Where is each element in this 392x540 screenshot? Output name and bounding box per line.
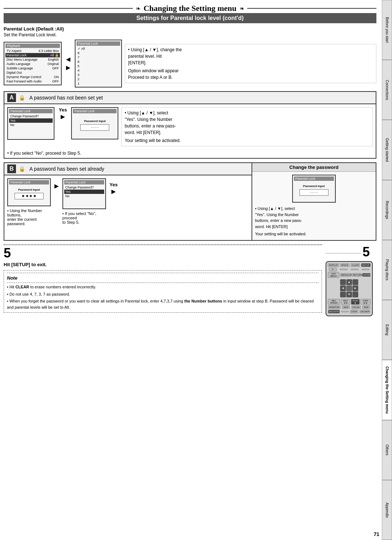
screen-item: Change Password? xyxy=(64,185,104,190)
screen-row: Digital Out xyxy=(5,70,60,75)
remote-row-5: REC/DTR STOP CM SKIP xyxy=(328,310,371,313)
playback-screen: Playback TV Aspect4:3 Letter Box Parenta… xyxy=(4,42,62,85)
dotted-line xyxy=(4,244,322,245)
password-input-title: Password Input xyxy=(9,188,49,191)
title-right-decoration: ❧ xyxy=(240,5,244,12)
num-btn[interactable] xyxy=(351,269,359,270)
recspeed-btn[interactable]: REC SPEED xyxy=(328,299,340,305)
parental-lock-item: All xyxy=(77,46,120,51)
parental-lock-item: 7 xyxy=(77,55,120,60)
dpad-empty xyxy=(340,292,346,297)
space-btn[interactable]: SPACE xyxy=(340,263,350,267)
section-a-letter: A xyxy=(7,93,16,102)
parental-default-title: Parental Lock (Default :All) xyxy=(4,26,376,32)
dpad-up[interactable]: ▲ xyxy=(346,279,352,285)
section-b-right-content: Parental Lock Password Input - - - - • U… xyxy=(252,172,376,240)
section-b-screen3: Parental Lock Password Input - - - - xyxy=(292,175,336,203)
clear-btn[interactable]: CLEAR xyxy=(351,263,360,267)
tab-others[interactable]: Others xyxy=(382,420,392,480)
monitor-btn[interactable]: MONITOR xyxy=(328,305,340,309)
parental-lock-item: 4 xyxy=(77,68,120,73)
screen-row: Disc Menu LanguageEnglish xyxy=(5,57,60,62)
remote-control: DISPLAY SPACE CLEAR SETUP 0 TOP MENU MEN… xyxy=(326,261,373,316)
lock-icon-a: 🔒 xyxy=(19,95,25,101)
section-header: Settings for Parental lock level (cont'd… xyxy=(4,13,376,23)
display-btn[interactable]: DISPLAY xyxy=(328,263,339,267)
remote-row-3: REC SPEED REV ◄◄ PLAY ► FWD ►► xyxy=(328,299,371,305)
tab-recordings[interactable]: Recordings xyxy=(382,180,392,240)
note-item-2: • Do not use 4, 7, 3, 7 as password. xyxy=(7,291,319,297)
parental-lock-item: 8 xyxy=(77,51,120,55)
screen-row: Audio LanguageOriginal xyxy=(5,62,60,66)
stop-btn[interactable]: STOP xyxy=(350,310,358,313)
remote-row-2: TOP MENU MENULIST RETURN ENTER xyxy=(328,272,371,278)
cmskip-btn[interactable]: CM SKIP xyxy=(359,310,371,313)
yes-arrow-a: Yes ► xyxy=(57,107,68,121)
topmenu-btn[interactable]: TOP MENU xyxy=(328,272,339,278)
parental-lock-item: 6 xyxy=(77,60,120,64)
parental-default-section: Parental Lock (Default :All) Set the Par… xyxy=(4,26,376,88)
section-b-right-instruction: • Using [▲ / ▼], select "Yes". Using the… xyxy=(255,206,373,237)
tab-connections[interactable]: Connections xyxy=(382,60,392,120)
password-input-title: Password Input xyxy=(73,119,117,123)
tab-playing-discs[interactable]: Playing discs xyxy=(382,240,392,300)
parental-lock-item: 3 xyxy=(77,73,120,77)
step5-number-right-val: 5 xyxy=(363,244,370,260)
note-top-rule xyxy=(7,273,319,273)
playback-screen-title: Playback xyxy=(5,44,60,48)
password-input-title: Password Input xyxy=(294,184,334,188)
dpad-center[interactable]: · xyxy=(346,285,352,291)
tab-appendix[interactable]: Appendix xyxy=(382,480,392,540)
pause-btn[interactable]: PAUSE xyxy=(351,305,361,309)
skip2-btn[interactable]: SKIP xyxy=(362,305,370,309)
screen-row: Dynamic Range ControlON xyxy=(5,75,60,79)
section-b-screen1: Parental Lock Password Input ✱ ✱ ✱ ✱ xyxy=(7,178,51,206)
dpad-left[interactable]: ◄ xyxy=(340,285,346,291)
enter-btn[interactable]: ENTER xyxy=(362,273,371,277)
section-a: A 🔒 A password has not been set yet Pare… xyxy=(4,91,376,159)
section-b-screen1-container: Parental Lock Password Input ✱ ✱ ✱ ✱ • U… xyxy=(7,178,51,226)
section-a-content: Parental Lock Change Password? Yes No Ye… xyxy=(4,104,376,149)
dpad-down[interactable]: ▼ xyxy=(346,292,352,297)
arrow-right-b: ► xyxy=(110,187,117,196)
num-btn[interactable] xyxy=(362,269,369,270)
title-left-decoration: ❧ xyxy=(136,5,140,12)
dpad-right[interactable]: ► xyxy=(352,285,358,291)
yes-arrow-b: Yes ► xyxy=(108,178,119,196)
section-b-letter: B xyxy=(7,165,16,173)
page-title: ❧ Changing the Setting menu ❧ xyxy=(4,4,376,13)
rev-btn[interactable]: REV ◄◄ xyxy=(341,299,351,305)
change-password-header: Change the password xyxy=(252,163,376,172)
remote-row-1: DISPLAY SPACE CLEAR SETUP xyxy=(328,263,371,267)
parental-lock-item: 5 xyxy=(77,64,120,68)
screen-title: Parental Lock xyxy=(9,180,49,184)
setup-btn[interactable]: SETUP xyxy=(361,263,371,267)
remote-row-num: 0 xyxy=(328,268,371,271)
tab-editing[interactable]: Editing xyxy=(382,300,392,360)
screen-row: Fast Forward with AudioOFF xyxy=(5,79,60,84)
num-0[interactable]: 0 xyxy=(329,268,337,271)
arrow-b1: ► xyxy=(53,178,60,190)
dpad-empty xyxy=(352,292,358,297)
lock-icon-b: 🔒 xyxy=(19,166,25,172)
screen-title: Parental Lock xyxy=(294,176,334,181)
tab-getting-started[interactable]: Getting started xyxy=(382,120,392,180)
note-box: Note • Hit CLEAR to erase numbers entere… xyxy=(4,270,322,313)
play-btn[interactable]: PLAY ► xyxy=(351,299,360,305)
fwd-btn[interactable]: FWD ►► xyxy=(360,299,371,305)
screen-item-yes: Yes xyxy=(9,118,53,123)
num-btn[interactable] xyxy=(340,269,348,270)
tab-changing-setting-menu[interactable]: Changing the Setting menu xyxy=(382,360,392,420)
section-a-screen2: Parental Lock Password Input - - - - xyxy=(71,107,118,139)
tab-before-you-start[interactable]: Before you start xyxy=(382,0,392,60)
screen-title: Parental Lock xyxy=(9,109,53,113)
section-b-left: B 🔒 A password has been set already Pare… xyxy=(4,162,252,241)
screen-row-selected: Parental LockAll 🔒 xyxy=(5,53,60,57)
note-rule xyxy=(7,283,319,283)
skip-btn[interactable]: SKIP xyxy=(342,305,350,309)
section-b-content: Parental Lock Password Input ✱ ✱ ✱ ✱ • U… xyxy=(4,175,252,229)
recdtr-btn[interactable]: REC/DTR xyxy=(328,310,340,313)
arrow-right: ► xyxy=(65,64,72,72)
return-btn[interactable]: RETURN xyxy=(352,273,362,277)
menulist-btn[interactable]: MENULIST xyxy=(340,273,351,277)
